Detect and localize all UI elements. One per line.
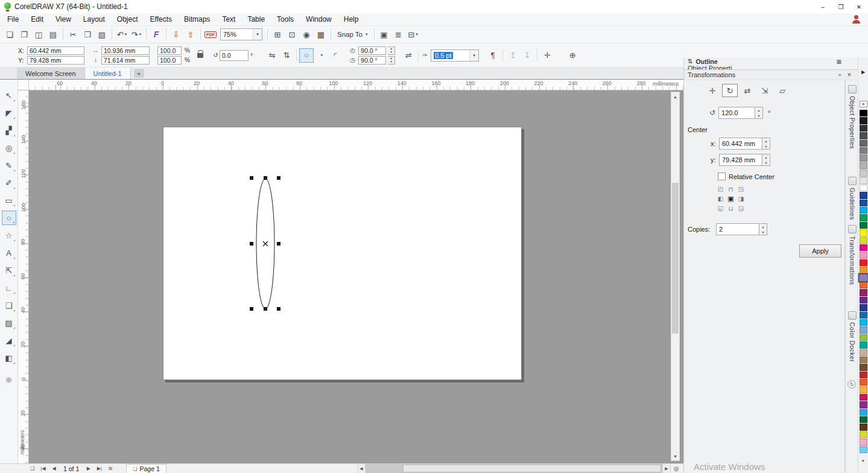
welcome-screen-button[interactable]: ⊡ (285, 27, 299, 42)
color-swatch[interactable] (860, 394, 867, 401)
mirror-horizontal-button[interactable]: ⇋ (265, 48, 279, 63)
color-swatch[interactable] (860, 446, 867, 453)
search-content-button[interactable]: F (149, 27, 163, 42)
document-tab[interactable]: Untitled-1 (85, 68, 131, 79)
drop-shadow-tool[interactable]: ❑ (2, 298, 16, 313)
anchor-bottom-left[interactable]: ◱ (718, 205, 723, 212)
start-angle-field[interactable]: 90.0° (358, 46, 386, 55)
scroll-down-icon[interactable]: ▼ (671, 452, 679, 460)
last-page-button[interactable]: ▶| (95, 466, 104, 471)
docker-collapse-icon[interactable]: » (835, 72, 844, 78)
copy-button[interactable]: ❒ (80, 27, 95, 42)
paste-button[interactable]: ▧ (95, 27, 109, 42)
color-swatch[interactable] (860, 147, 867, 154)
collapse-arrows-icon[interactable]: ⇅ (688, 58, 692, 65)
x-position-field[interactable]: 60.442 mm (27, 46, 84, 55)
shape-tool[interactable]: ◤ (2, 106, 16, 120)
artistic-media-tool[interactable]: ✐ (2, 176, 16, 190)
scroll-right-button[interactable]: ▶ (662, 464, 671, 473)
color-swatch[interactable] (860, 244, 867, 251)
import-button[interactable]: ⇩ (169, 27, 183, 42)
apply-button[interactable]: Apply (799, 244, 841, 258)
ellipse-mode-button[interactable]: ○ (299, 48, 314, 63)
color-swatch[interactable] (860, 185, 867, 191)
color-swatch[interactable] (860, 267, 867, 273)
menu-item[interactable]: Layout (77, 13, 111, 25)
center-x-spinner[interactable]: ▴▾ (762, 138, 770, 150)
center-y-field[interactable]: 79.428 mm (719, 154, 762, 166)
color-swatch[interactable] (860, 312, 867, 319)
color-swatch[interactable] (860, 439, 867, 445)
close-button[interactable]: ✕ (850, 0, 868, 13)
rotation-angle-field[interactable]: 120.0 (718, 107, 755, 119)
y-position-field[interactable]: 79.428 mm (27, 56, 84, 65)
end-angle-field[interactable]: 90.0° (358, 56, 386, 65)
menu-item[interactable]: Table (241, 13, 271, 25)
new-document-tab-button[interactable]: + (134, 69, 144, 78)
scroll-up-icon[interactable]: ▲ (671, 92, 679, 101)
color-swatch[interactable] (860, 349, 867, 356)
palette-flyout-icon[interactable]: ▶ (861, 69, 865, 75)
page-sorter-button[interactable]: ❏ (28, 466, 37, 471)
color-swatch[interactable] (860, 424, 867, 430)
ruler-origin-corner[interactable] (18, 80, 29, 90)
position-tab[interactable]: ✛ (705, 84, 720, 97)
copies-spinner[interactable]: ▴▾ (759, 223, 767, 235)
size-tab[interactable]: ⇲ (757, 84, 773, 97)
color-swatch[interactable] (860, 132, 867, 139)
menu-item[interactable]: Text (216, 13, 241, 25)
color-swatch[interactable] (860, 207, 867, 214)
color-swatch[interactable] (860, 341, 867, 348)
scale-mirror-tab[interactable]: ⇄ (740, 84, 755, 97)
vertical-ruler[interactable]: 1601401201008060402002040 millimeters (18, 90, 29, 463)
outline-section-icon[interactable]: ▦ (836, 59, 841, 65)
restore-button[interactable]: ❐ (832, 0, 850, 13)
minimize-button[interactable]: – (814, 0, 832, 13)
menu-item[interactable]: Window (300, 13, 338, 25)
anchor-top-left[interactable]: ◰ (718, 186, 723, 192)
color-swatch[interactable] (860, 326, 867, 333)
new-document-button[interactable]: ❏ (2, 27, 17, 42)
menu-item[interactable]: Object (111, 13, 144, 25)
menu-item[interactable]: Edit (25, 13, 49, 25)
next-page-button[interactable]: ▶ (84, 466, 93, 471)
redo-button[interactable]: ↷ ▾ (129, 27, 144, 42)
color-swatch[interactable] (860, 214, 867, 221)
outline-section-label[interactable]: Outline (695, 58, 717, 65)
freehand-tool[interactable]: ✎ (2, 158, 16, 173)
color-swatch[interactable] (860, 304, 867, 311)
mirror-vertical-button[interactable]: ⇅ (279, 48, 294, 63)
quick-customize-button[interactable]: ⊕ (565, 48, 580, 63)
change-direction-button[interactable]: ⇌ (401, 48, 416, 63)
zoom-tool[interactable]: ◎ (2, 141, 16, 155)
color-swatch[interactable] (860, 110, 867, 116)
zoom-levels-combo[interactable]: 75% ▾ (220, 28, 262, 40)
skew-tab[interactable]: ▱ (775, 84, 790, 97)
customize-button[interactable]: ≣ (391, 27, 406, 42)
horizontal-scrollbar-thumb[interactable] (403, 465, 661, 472)
menu-item[interactable]: Help (338, 13, 365, 25)
color-swatch[interactable] (860, 282, 867, 288)
center-y-spinner[interactable]: ▴▾ (762, 154, 770, 166)
export-button[interactable]: ⇧ (183, 27, 198, 42)
account-icon[interactable] (852, 15, 861, 24)
color-eyedropper-tool[interactable]: ◢ (2, 333, 16, 348)
crop-tool[interactable]: ▞ (2, 123, 16, 138)
object-width-field[interactable]: 10.936 mm (101, 46, 150, 55)
cut-button[interactable]: ✂ (66, 27, 80, 42)
application-launcher-button[interactable]: ⊞ (270, 27, 285, 42)
menu-item[interactable]: Tools (271, 13, 300, 25)
menu-item[interactable]: File (1, 13, 25, 25)
color-swatch[interactable] (860, 117, 867, 124)
interactive-fill-tool[interactable]: ◧ (2, 351, 16, 365)
connector-tool[interactable]: ∟ (2, 281, 16, 295)
scroll-left-button[interactable]: ◀ (357, 464, 366, 473)
zoom-tool-shortcut-icon[interactable]: ◎ (671, 465, 682, 472)
page-tab[interactable]: ❏ Page 1 (126, 464, 166, 473)
lock-ratio-icon[interactable] (197, 53, 203, 58)
palette-scroll-down-icon[interactable]: ▾ (862, 459, 864, 463)
color-swatch[interactable] (860, 170, 867, 176)
end-angle-spinner[interactable]: ▴▾ (388, 56, 395, 65)
anchor-bottom-right[interactable]: ◲ (738, 205, 744, 212)
ellipse-tool[interactable]: ○ (2, 211, 16, 225)
